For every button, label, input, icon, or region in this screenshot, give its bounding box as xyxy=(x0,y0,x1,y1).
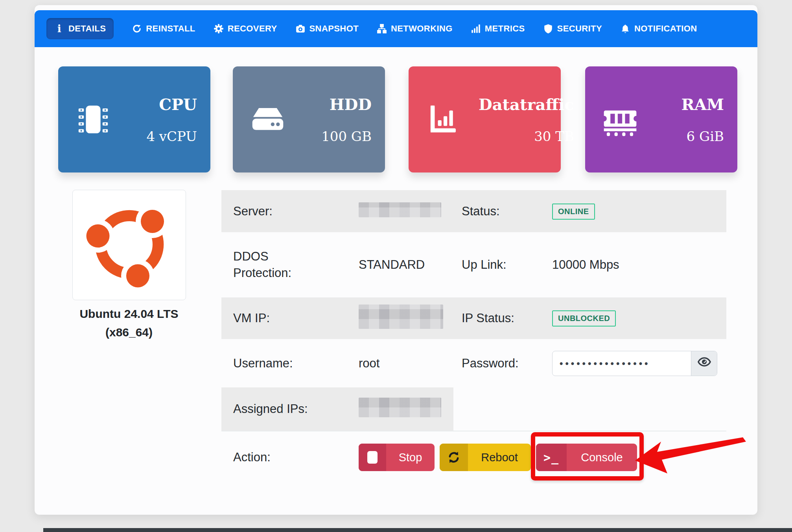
action-buttons: Stop Reboot >_ Console xyxy=(359,444,726,471)
sitemap-icon xyxy=(377,24,387,34)
info-icon: i xyxy=(54,24,64,34)
tab-label: DETAILS xyxy=(68,24,106,34)
tab-label: METRICS xyxy=(485,24,525,34)
username-value: root xyxy=(359,356,462,371)
card-title: Datatraffic xyxy=(479,95,574,114)
shield-icon xyxy=(543,24,553,34)
page: i DETAILS REINSTALL RECOVERY SNAPSHOT xyxy=(0,0,792,532)
tab-notification[interactable]: NOTIFICATION xyxy=(620,24,697,34)
vmip-value-redacted xyxy=(359,305,443,329)
hard-drive-icon xyxy=(233,95,303,144)
details-table: Server: Status: ONLINE DDOS Protection: … xyxy=(221,190,726,483)
ubuntu-logo-icon xyxy=(83,198,176,292)
password-input[interactable]: •••••••••••••••• xyxy=(553,351,691,376)
tab-recovery[interactable]: RECOVERY xyxy=(214,24,277,34)
assigned-ips-redacted xyxy=(359,398,441,417)
card-value: 4 vCPU xyxy=(146,128,197,144)
reboot-label: Reboot xyxy=(468,444,531,471)
ipstatus-label: IP Status: xyxy=(462,311,552,325)
cpu-card: CPU 4 vCPU xyxy=(58,66,210,172)
bottom-bar xyxy=(43,528,792,532)
card-title: CPU xyxy=(159,95,197,114)
table-row-vmip: VM IP: IP Status: UNBLOCKED xyxy=(221,297,726,339)
bar-chart-icon xyxy=(409,95,479,144)
os-caption: Ubuntu 24.04 LTS (x86_64) xyxy=(58,305,200,341)
datatraffic-card: Datatraffic 30 TB xyxy=(409,66,561,172)
server-label: Server: xyxy=(233,204,359,218)
uplink-value: 10000 Mbps xyxy=(552,258,726,272)
os-name: Ubuntu 24.04 LTS xyxy=(58,305,200,323)
server-value-redacted xyxy=(359,202,441,217)
tab-bar: i DETAILS REINSTALL RECOVERY SNAPSHOT xyxy=(35,10,757,47)
tab-label: NETWORKING xyxy=(391,24,453,34)
bell-icon xyxy=(620,24,630,34)
password-group: •••••••••••••••• xyxy=(552,351,717,376)
eye-icon xyxy=(697,355,711,372)
tab-networking[interactable]: NETWORKING xyxy=(377,24,453,34)
hdd-card: HDD 100 GB xyxy=(233,66,385,172)
terminal-icon: >_ xyxy=(536,444,567,471)
ddos-value: STANDARD xyxy=(359,258,462,272)
tab-label: RECOVERY xyxy=(228,24,277,34)
console-button[interactable]: >_ Console xyxy=(536,444,637,471)
table-row-server: Server: Status: ONLINE xyxy=(221,190,726,232)
tab-security[interactable]: SECURITY xyxy=(543,24,602,34)
gear-icon xyxy=(214,24,224,34)
stop-icon xyxy=(359,444,386,471)
ddos-label: DDOS Protection: xyxy=(233,248,304,281)
card-value: 30 TB xyxy=(534,128,574,144)
reinstall-icon xyxy=(132,24,142,34)
bar-chart-icon xyxy=(471,24,481,34)
card-title: RAM xyxy=(681,95,724,114)
memory-icon xyxy=(585,95,655,144)
stop-button[interactable]: Stop xyxy=(359,444,435,471)
uplink-label: Up Link: xyxy=(462,258,552,272)
vmip-label: VM IP: xyxy=(233,311,359,325)
tab-metrics[interactable]: METRICS xyxy=(471,24,525,34)
card-title: HDD xyxy=(330,95,372,114)
assigned-ips-label: Assigned IPs: xyxy=(233,402,359,416)
table-row-credentials: Username: root Password: •••••••••••••••… xyxy=(221,339,726,387)
ram-card: RAM 6 GiB xyxy=(585,66,737,172)
card-value: 6 GiB xyxy=(687,128,724,144)
card-value: 100 GB xyxy=(321,128,372,144)
tab-label: NOTIFICATION xyxy=(634,24,697,34)
refresh-icon xyxy=(440,444,468,471)
action-label: Action: xyxy=(233,450,359,464)
tab-details[interactable]: i DETAILS xyxy=(46,18,114,39)
table-row-action: Action: Stop Reboot >_ Console xyxy=(221,431,726,483)
camera-icon xyxy=(295,24,306,34)
os-arch: (x86_64) xyxy=(58,323,200,342)
stop-label: Stop xyxy=(386,444,435,471)
password-label: Password: xyxy=(462,356,552,371)
tab-label: SNAPSHOT xyxy=(309,24,359,34)
ipstatus-badge: UNBLOCKED xyxy=(552,310,616,327)
status-badge: ONLINE xyxy=(552,204,595,220)
os-logo-box xyxy=(72,190,186,300)
status-label: Status: xyxy=(462,204,552,218)
cpu-chip-icon xyxy=(58,95,128,144)
table-row-assigned-ips: Assigned IPs: xyxy=(221,387,726,431)
table-row-ddos: DDOS Protection: STANDARD Up Link: 10000… xyxy=(221,232,726,297)
tab-label: REINSTALL xyxy=(146,24,195,34)
toggle-password-button[interactable] xyxy=(691,351,717,376)
tab-reinstall[interactable]: REINSTALL xyxy=(132,24,195,34)
reboot-button[interactable]: Reboot xyxy=(440,444,531,471)
tab-snapshot[interactable]: SNAPSHOT xyxy=(295,24,359,34)
username-label: Username: xyxy=(233,356,359,371)
tab-label: SECURITY xyxy=(557,24,602,34)
console-label: Console xyxy=(567,444,637,471)
